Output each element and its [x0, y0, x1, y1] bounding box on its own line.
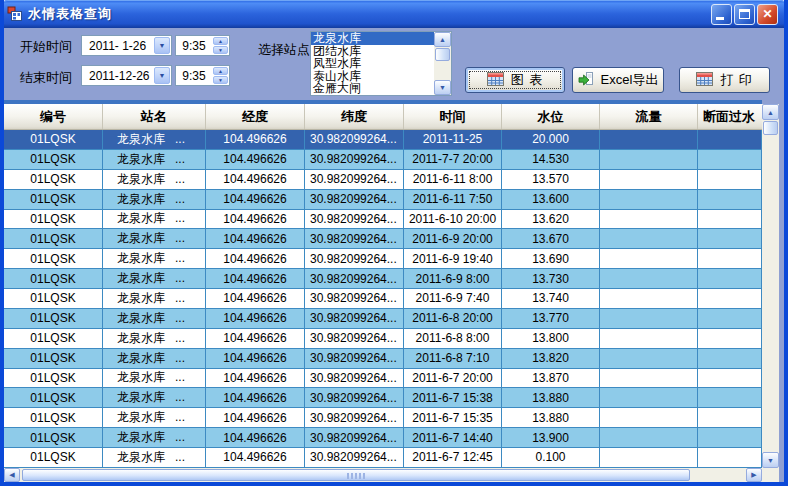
table-cell: 龙泉水库 ... — [103, 309, 206, 328]
table-row[interactable]: 01LQSK龙泉水库 ...104.49662630.982099264...2… — [4, 369, 762, 389]
table-cell — [600, 289, 698, 308]
table-cell — [698, 229, 762, 248]
table-cell: 30.982099264... — [305, 150, 404, 169]
table-cell: 2011-6-10 20:00 — [404, 210, 502, 229]
table-cell: 30.982099264... — [305, 130, 404, 149]
scroll-up-icon[interactable]: ▲ — [434, 32, 451, 47]
table-cell: 01LQSK — [4, 309, 103, 328]
table-cell: 13.600 — [502, 190, 600, 209]
end-date-dropdown-icon[interactable]: ▼ — [154, 67, 170, 84]
header-cell-3[interactable]: 纬度 — [305, 104, 404, 129]
table-row[interactable]: 01LQSK龙泉水库 ...104.49662630.982099264...2… — [4, 349, 762, 369]
table-row[interactable]: 01LQSK龙泉水库 ...104.49662630.982099264...2… — [4, 309, 762, 329]
station-listbox[interactable]: 龙泉水库团结水库凤型水库泰山水库金雁大闸 ▲ ▼ — [310, 31, 452, 96]
header-cell-7[interactable]: 断面过水 — [698, 104, 762, 129]
spin-down-icon[interactable]: ▼ — [213, 46, 228, 54]
minimize-button[interactable] — [711, 4, 732, 25]
table-row[interactable]: 01LQSK龙泉水库 ...104.49662630.982099264...2… — [4, 289, 762, 309]
scroll-down-icon[interactable]: ▼ — [762, 452, 779, 468]
table-row[interactable]: 01LQSK龙泉水库 ...104.49662630.982099264...2… — [4, 388, 762, 408]
station-list-item[interactable]: 团结水库 — [311, 45, 434, 58]
table-row[interactable]: 01LQSK龙泉水库 ...104.49662630.982099264...2… — [4, 249, 762, 269]
table-row[interactable]: 01LQSK龙泉水库 ...104.49662630.982099264...2… — [4, 448, 762, 468]
table-cell: 14.530 — [502, 150, 600, 169]
header-cell-4[interactable]: 时间 — [404, 104, 502, 129]
table-cell — [698, 448, 762, 467]
table-cell: 104.496626 — [206, 408, 305, 427]
header-cell-5[interactable]: 水位 — [502, 104, 600, 129]
station-list-item[interactable]: 泰山水库 — [311, 70, 434, 83]
table-cell: 龙泉水库 ... — [103, 170, 206, 189]
horizontal-scroll-thumb[interactable] — [22, 469, 690, 481]
table-row[interactable]: 01LQSK龙泉水库 ...104.49662630.982099264...2… — [4, 130, 762, 150]
table-cell — [600, 150, 698, 169]
table-row[interactable]: 01LQSK龙泉水库 ...104.49662630.982099264...2… — [4, 170, 762, 190]
table-row[interactable]: 01LQSK龙泉水库 ...104.49662630.982099264...2… — [4, 428, 762, 448]
vertical-scroll-thumb[interactable] — [763, 121, 778, 135]
header-cell-6[interactable]: 流量 — [600, 104, 698, 129]
table-cell — [698, 170, 762, 189]
table-cell: 2011-6-7 15:38 — [404, 388, 502, 407]
table-cell: 龙泉水库 ... — [103, 388, 206, 407]
table-cell: 104.496626 — [206, 229, 305, 248]
end-time-spinner[interactable]: 9:35 ▲ ▼ — [175, 65, 230, 86]
scroll-up-icon[interactable]: ▲ — [762, 104, 779, 120]
spin-up-icon[interactable]: ▲ — [213, 67, 228, 75]
table-row[interactable]: 01LQSK龙泉水库 ...104.49662630.982099264...2… — [4, 190, 762, 210]
print-button[interactable]: 打 印 — [679, 67, 770, 93]
station-list-item[interactable]: 金雁大闸 — [311, 82, 434, 95]
table-cell — [698, 269, 762, 288]
header-cell-2[interactable]: 经度 — [206, 104, 305, 129]
table-cell: 01LQSK — [4, 130, 103, 149]
table-row[interactable]: 01LQSK龙泉水库 ...104.49662630.982099264...2… — [4, 229, 762, 249]
station-select-label: 选择站点 — [258, 41, 310, 59]
station-list-item[interactable]: 龙泉水库 — [311, 32, 434, 45]
start-date-picker[interactable]: 2011- 1-26 ▼ — [81, 35, 172, 56]
start-date-dropdown-icon[interactable]: ▼ — [154, 37, 170, 54]
spin-down-icon[interactable]: ▼ — [213, 76, 228, 84]
station-list-item[interactable]: 凤型水库 — [311, 57, 434, 70]
close-button[interactable]: ✕ — [757, 4, 778, 25]
table-cell: 01LQSK — [4, 369, 103, 388]
app-window: 水情表格查询 ✕ 开始时间 结束时间 选择站点 2011- 1-26 ▼ 9:3… — [0, 0, 788, 486]
table-cell: 104.496626 — [206, 190, 305, 209]
window-title: 水情表格查询 — [28, 5, 112, 23]
table-cell: 2011-6-8 8:00 — [404, 329, 502, 348]
header-cell-1[interactable]: 站名 — [103, 104, 206, 129]
excel-export-button[interactable]: Excel导出 — [572, 67, 664, 93]
table-cell — [698, 428, 762, 447]
chart-button[interactable]: 图 表 — [465, 67, 565, 93]
table-cell: 龙泉水库 ... — [103, 190, 206, 209]
table-row[interactable]: 01LQSK龙泉水库 ...104.49662630.982099264...2… — [4, 269, 762, 289]
table-cell — [698, 249, 762, 268]
table-cell — [600, 170, 698, 189]
table-cell — [600, 269, 698, 288]
table-row[interactable]: 01LQSK龙泉水库 ...104.49662630.982099264...2… — [4, 408, 762, 428]
scroll-thumb[interactable] — [435, 48, 450, 61]
table-cell — [600, 249, 698, 268]
table-cell: 01LQSK — [4, 349, 103, 368]
scroll-left-icon[interactable]: ◀ — [4, 468, 20, 482]
table-row[interactable]: 01LQSK龙泉水库 ...104.49662630.982099264...2… — [4, 210, 762, 230]
table-cell: 2011-6-7 15:35 — [404, 408, 502, 427]
maximize-button[interactable] — [734, 4, 755, 25]
scrollbar-corner — [762, 468, 779, 482]
table-cell — [698, 349, 762, 368]
table-cell: 2011-6-11 8:00 — [404, 170, 502, 189]
table-cell: 104.496626 — [206, 349, 305, 368]
table-row[interactable]: 01LQSK龙泉水库 ...104.49662630.982099264...2… — [4, 329, 762, 349]
start-time-spinner[interactable]: 9:35 ▲ ▼ — [175, 35, 230, 56]
header-cell-0[interactable]: 编号 — [4, 104, 103, 129]
table-row[interactable]: 01LQSK龙泉水库 ...104.49662630.982099264...2… — [4, 150, 762, 170]
table-cell — [698, 210, 762, 229]
scroll-right-icon[interactable]: ▶ — [746, 468, 762, 482]
spin-up-icon[interactable]: ▲ — [213, 37, 228, 45]
table-cell: 30.982099264... — [305, 289, 404, 308]
table-cell — [600, 349, 698, 368]
start-time-value: 9:35 — [176, 36, 212, 55]
end-date-picker[interactable]: 2011-12-26 ▼ — [81, 65, 172, 86]
table-cell — [600, 448, 698, 467]
table-cell: 13.740 — [502, 289, 600, 308]
scroll-down-icon[interactable]: ▼ — [434, 80, 451, 95]
table-cell: 龙泉水库 ... — [103, 229, 206, 248]
